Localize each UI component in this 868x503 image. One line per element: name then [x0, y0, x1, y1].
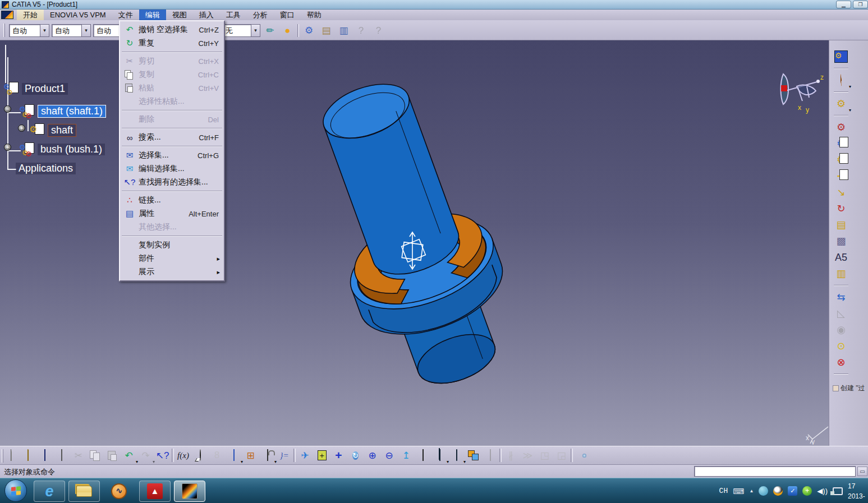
edit-components[interactable]: 部件: [121, 252, 223, 265]
edit-copy[interactable]: 复制 Ctrl+C: [121, 68, 223, 81]
taskbar-clock[interactable]: 17 2013-: [848, 481, 867, 501]
tree-node-shaft1[interactable]: ⚙⚙⚙ shaft (shaft.1): [19, 104, 106, 118]
new-document-icon[interactable]: [3, 448, 19, 463]
qq-icon[interactable]: [773, 486, 783, 496]
gear-select-icon[interactable]: ⚙: [833, 96, 849, 111]
chevron-down-icon[interactable]: ▾: [81, 25, 90, 36]
open-document-icon[interactable]: [20, 448, 35, 463]
chevron-down-icon[interactable]: ▾: [251, 25, 260, 36]
edit-selection-set-edition[interactable]: ✉ 编辑选择集...: [121, 162, 223, 176]
menu-insert[interactable]: 插入: [193, 10, 220, 20]
quick-view-icon[interactable]: [415, 448, 430, 463]
report-disabled-icon[interactable]: ◳: [537, 448, 552, 463]
auto-combo-1[interactable]: 自动 ▾: [9, 24, 49, 37]
comment-icon[interactable]: [192, 448, 208, 463]
fit-all-in-icon[interactable]: [314, 448, 329, 463]
rotate-icon[interactable]: [348, 448, 363, 463]
manage-representations-icon[interactable]: ▥: [833, 266, 849, 281]
generate-numbering-icon[interactable]: ▤: [833, 218, 849, 232]
product-structure-tools-icon[interactable]: ⚙: [833, 49, 849, 64]
taskbar-adobe-button[interactable]: ▲: [139, 481, 171, 502]
collapse-expander[interactable]: −: [4, 105, 11, 113]
document-app-icon[interactable]: [1, 11, 13, 19]
network-icon[interactable]: [833, 487, 843, 495]
expand-expander[interactable]: +: [4, 144, 11, 151]
edit-delete[interactable]: 删除 Del: [121, 113, 223, 126]
checkbox-icon[interactable]: [833, 385, 839, 391]
swap-visible-space-icon[interactable]: [483, 448, 498, 463]
edit-representations[interactable]: 展示: [121, 265, 223, 279]
edit-undo[interactable]: ↶ 撤销 空选择集 Ctrl+Z: [121, 23, 223, 36]
edit-links[interactable]: ∴ 链接...: [121, 193, 223, 207]
menu-enovia-v5-vpm[interactable]: ENOVIA V5 VPM: [44, 10, 112, 20]
tree-label-shaft[interactable]: shaft: [48, 124, 76, 137]
fly-mode-icon[interactable]: ✈: [297, 448, 313, 463]
menu-window[interactable]: 窗口: [274, 10, 301, 20]
new-component-icon[interactable]: ⚙: [833, 120, 849, 135]
copy-icon[interactable]: [88, 448, 103, 463]
auto-combo-2[interactable]: 自动 ▾: [52, 24, 91, 37]
fast-multi-instantiation-icon[interactable]: A5: [833, 250, 849, 265]
knowledge-inspector-icon[interactable]: 8: [209, 448, 224, 463]
taskbar-explorer-button[interactable]: [68, 481, 100, 502]
edit-search[interactable]: ∞ 搜索... Ctrl+F: [121, 131, 223, 144]
menu-view[interactable]: 视图: [166, 10, 193, 20]
playback-disabled-icon[interactable]: ≫: [520, 448, 535, 463]
toolbar-grip[interactable]: [3, 24, 5, 37]
tree-node-shaft[interactable]: ⚙ shaft: [29, 123, 76, 137]
knowledge-disabled-icon[interactable]: ∦: [503, 448, 518, 463]
safe360-icon[interactable]: +: [802, 486, 812, 496]
graph-tree-reordering-icon[interactable]: ↻: [833, 201, 849, 216]
hide-show-icon[interactable]: [466, 448, 481, 463]
edit-paste[interactable]: 粘贴 Ctrl+V: [121, 81, 223, 95]
thunder-icon[interactable]: ✓: [788, 486, 797, 496]
replace-component-icon[interactable]: ↘: [833, 185, 849, 200]
compass-handle[interactable]: [781, 85, 787, 91]
edit-paste-special[interactable]: 选择性粘贴...: [121, 95, 223, 108]
cut-icon[interactable]: ✂: [71, 448, 86, 463]
expand-expander[interactable]: +: [18, 124, 25, 132]
zoom-in-icon[interactable]: ⊕: [365, 448, 380, 463]
edit-copy-instance[interactable]: 复制实例: [121, 238, 223, 252]
qq-pet-icon[interactable]: [759, 486, 768, 496]
start-button[interactable]: [4, 479, 27, 502]
compass[interactable]: z x y: [775, 70, 827, 114]
report2-disabled-icon[interactable]: ◲: [554, 448, 569, 463]
render-style-icon[interactable]: [449, 448, 464, 463]
keyboard-icon[interactable]: ⌨: [733, 487, 744, 496]
normal-view-icon[interactable]: ↥: [398, 448, 414, 463]
menu-edit[interactable]: 编辑: [139, 10, 166, 20]
redo-icon[interactable]: ↷: [138, 448, 153, 463]
print-icon[interactable]: [54, 448, 69, 463]
new-product-icon[interactable]: ⚙: [833, 136, 849, 151]
macro-page-icon[interactable]: ▥: [336, 24, 351, 38]
existing-component-icon[interactable]: ➔: [833, 169, 849, 183]
taskbar-catia-button[interactable]: [174, 481, 205, 502]
pan-icon[interactable]: +: [331, 448, 346, 463]
volume-icon[interactable]: ◀)): [817, 487, 828, 495]
tree-node-applications[interactable]: Applications: [16, 163, 76, 174]
edit-selection-sets[interactable]: ✉ 选择集... Ctrl+G: [121, 149, 223, 162]
properties-page-icon[interactable]: ▤: [319, 24, 334, 38]
light-off-icon[interactable]: ⊗: [833, 355, 849, 370]
maximize-button[interactable]: ❐: [853, 1, 868, 8]
tree-node-bush[interactable]: ⚙⚙⚙ bush (bush.1): [19, 142, 105, 156]
paste-icon[interactable]: [104, 448, 120, 463]
undo-icon[interactable]: ↶: [121, 448, 136, 463]
zoom-out-icon[interactable]: ⊖: [382, 448, 397, 463]
formula-icon[interactable]: f(x): [176, 448, 191, 463]
taskbar-audio-button[interactable]: [103, 481, 135, 502]
tree-label-applications[interactable]: Applications: [16, 163, 76, 174]
whats-this-disabled-icon[interactable]: ?: [371, 24, 386, 38]
menu-tools[interactable]: 工具: [220, 10, 247, 20]
help-disabled-icon[interactable]: ?: [353, 24, 369, 38]
none-combo[interactable]: 无 ▾: [222, 24, 260, 37]
catalog-browser-icon[interactable]: ⚙: [301, 24, 316, 38]
constraints-icon[interactable]: ⊞: [243, 448, 258, 463]
visibility-eye-icon[interactable]: ◉: [833, 322, 849, 337]
tree-node-product1[interactable]: ⚙⚙ Product1: [3, 82, 68, 96]
graphic-properties-painter-icon[interactable]: ✏: [263, 24, 278, 38]
selective-load-icon[interactable]: ▩: [833, 234, 849, 248]
select-arrow-icon[interactable]: [833, 73, 849, 87]
isometric-view-icon[interactable]: [432, 448, 447, 463]
